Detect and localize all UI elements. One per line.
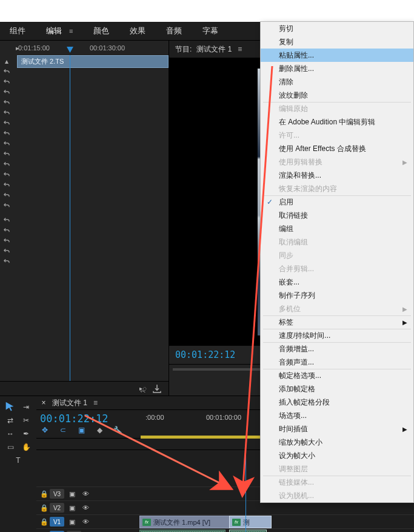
svg-line-0 bbox=[242, 66, 272, 494]
svg-line-1 bbox=[85, 416, 230, 488]
